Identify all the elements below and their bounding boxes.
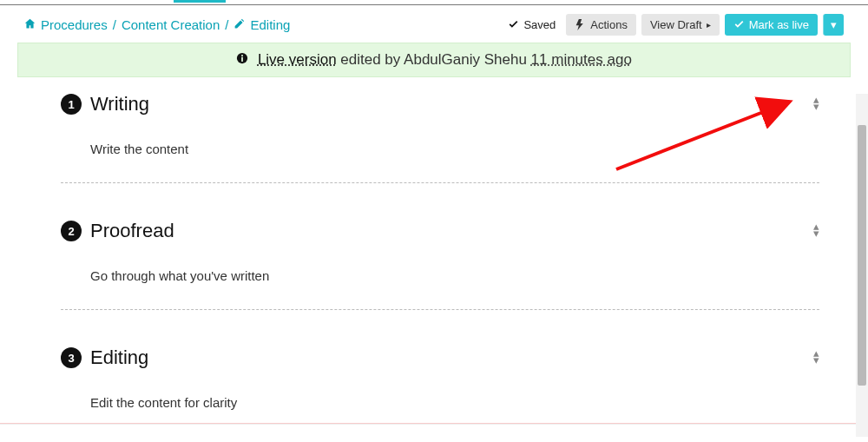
svg-rect-2 — [241, 55, 243, 56]
topbar: Procedures / Content Creation / Editing … — [0, 5, 868, 43]
step-separator — [61, 182, 819, 183]
saved-indicator: Saved — [503, 16, 561, 34]
steps-list: 1 Writing ▴▾ Write the content 2 Proofre… — [17, 77, 851, 425]
saved-label: Saved — [523, 18, 556, 31]
bottom-divider — [0, 423, 868, 425]
step-item: 3 Editing ▴▾ Edit the content for clarit… — [61, 340, 819, 425]
step-head: 3 Editing ▴▾ — [61, 346, 819, 369]
sort-handle-icon[interactable]: ▴▾ — [813, 96, 819, 110]
pencil-icon — [233, 17, 245, 32]
step-separator — [61, 309, 819, 310]
top-accent — [0, 0, 868, 3]
breadcrumb: Procedures / Content Creation / Editing — [24, 17, 290, 32]
actions-button[interactable]: Actions — [566, 14, 636, 36]
toolbar: Saved Actions View Draft ▸ Mark as live … — [503, 14, 844, 36]
view-draft-label: View Draft — [650, 18, 702, 31]
step-body[interactable]: Go through what you've written — [61, 242, 819, 309]
steps-scroll-area[interactable]: 1 Writing ▴▾ Write the content 2 Proofre… — [17, 77, 851, 425]
page-scrollbar-thumb[interactable] — [858, 125, 866, 386]
mark-as-live-button[interactable]: Mark as live — [725, 14, 818, 36]
step-number-badge: 3 — [61, 347, 82, 368]
step-title[interactable]: Editing — [90, 346, 148, 369]
step-body[interactable]: Edit the content for clarity — [61, 369, 819, 425]
svg-rect-1 — [241, 57, 243, 62]
step-number-badge: 2 — [61, 221, 82, 241]
breadcrumb-current: Editing — [250, 17, 290, 32]
check-icon — [733, 19, 745, 30]
sort-handle-icon[interactable]: ▴▾ — [813, 223, 819, 237]
caret-down-icon: ▾ — [831, 18, 837, 31]
bolt-icon — [575, 19, 586, 30]
actions-label: Actions — [590, 18, 628, 31]
step-head: 2 Proofread ▴▾ — [61, 220, 819, 242]
step-item: 1 Writing ▴▾ Write the content — [61, 86, 819, 183]
info-icon — [236, 52, 248, 67]
step-item: 2 Proofread ▴▾ Go through what you've wr… — [61, 213, 819, 310]
breadcrumb-sep: / — [113, 17, 116, 32]
check-icon — [508, 19, 519, 30]
content-wrap: 1 Writing ▴▾ Write the content 2 Proofre… — [0, 77, 868, 425]
banner-live-version-link[interactable]: Live version — [258, 51, 337, 68]
breadcrumb-content-creation[interactable]: Content Creation — [122, 17, 220, 32]
mark-as-live-dropdown[interactable]: ▾ — [823, 14, 844, 36]
banner-mid-text: edited by AbdulGaniy Shehu — [337, 51, 531, 68]
step-number-badge: 1 — [61, 94, 82, 115]
banner-time-ago[interactable]: 11 minutes ago — [531, 51, 632, 68]
page-scrollbar[interactable] — [856, 94, 868, 437]
step-body[interactable]: Write the content — [61, 115, 819, 182]
view-draft-button[interactable]: View Draft ▸ — [641, 14, 720, 36]
step-title[interactable]: Writing — [90, 93, 149, 115]
live-version-banner: Live version edited by AbdulGaniy Shehu … — [17, 43, 851, 77]
sort-handle-icon[interactable]: ▴▾ — [813, 350, 819, 364]
breadcrumb-home[interactable]: Procedures — [41, 17, 108, 32]
home-icon[interactable] — [24, 17, 36, 32]
caret-right-icon: ▸ — [707, 20, 711, 30]
breadcrumb-sep: / — [225, 17, 228, 32]
step-head: 1 Writing ▴▾ — [61, 93, 819, 115]
step-title[interactable]: Proofread — [90, 220, 174, 242]
mark-as-live-label: Mark as live — [749, 18, 809, 31]
